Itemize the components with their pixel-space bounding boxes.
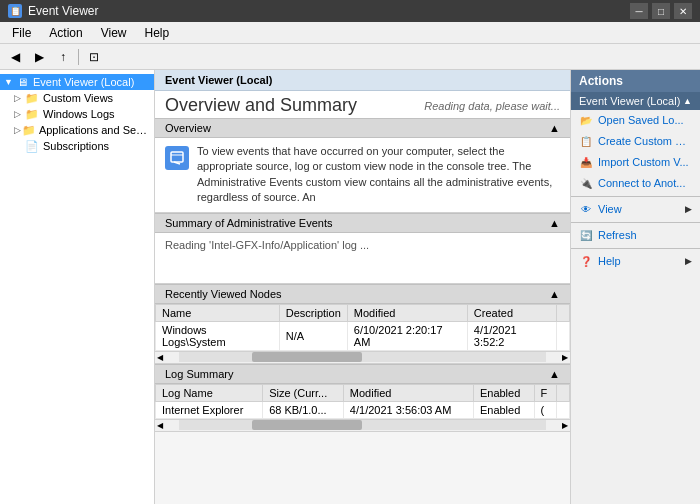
hscroll-left[interactable]: ◀ <box>155 353 165 362</box>
action-open-saved-label: Open Saved Lo... <box>598 114 684 126</box>
action-import-custom[interactable]: 📥 Import Custom V... <box>571 152 700 173</box>
log-table-row[interactable]: Internet Explorer 68 KB/1.0... 4/1/2021 … <box>156 401 570 418</box>
connect-icon: 🔌 <box>579 176 593 190</box>
create-custom-icon: 📋 <box>579 134 593 148</box>
refresh-icon: 🔄 <box>579 228 593 242</box>
tree-area: ▼ 🖥 Event Viewer (Local) ▷ 📁 Custom View… <box>0 70 154 504</box>
log-hscroll-left[interactable]: ◀ <box>155 421 165 430</box>
action-import-custom-label: Import Custom V... <box>598 156 689 168</box>
maximize-button[interactable]: □ <box>652 3 670 19</box>
summary-label: Summary of Administrative Events <box>165 217 333 229</box>
view-arrow-icon: ▶ <box>685 204 692 214</box>
tree-label-custom: Custom Views <box>43 92 113 104</box>
log-col-enabled: Enabled <box>473 384 534 401</box>
tree-icon-apps: 📁 <box>22 123 36 137</box>
toolbar: ◀ ▶ ↑ ⊡ <box>0 44 700 70</box>
recently-viewed-hscroll[interactable]: ◀ ▶ <box>155 351 570 363</box>
sidebar: ▼ 🖥 Event Viewer (Local) ▷ 📁 Custom View… <box>0 70 155 504</box>
action-view-label: View <box>598 203 622 215</box>
tree-icon-subs: 📄 <box>24 139 40 153</box>
tree-label-apps: Applications and Services Lo <box>39 124 150 136</box>
tree-item-apps[interactable]: ▷ 📁 Applications and Services Lo <box>0 122 154 138</box>
tree-arrow-winlogs: ▷ <box>14 109 24 119</box>
overview-collapse-icon: ▲ <box>549 122 560 134</box>
toolbar-up[interactable]: ↑ <box>52 47 74 67</box>
log-row-size: 68 KB/1.0... <box>263 401 344 418</box>
content-area: Event Viewer (Local) Overview and Summar… <box>155 70 570 504</box>
table-row[interactable]: Windows Logs\System N/A 6/10/2021 2:20:1… <box>156 321 570 350</box>
tree-arrow-root: ▼ <box>4 77 14 87</box>
recently-viewed-table: Name Description Modified Created Window… <box>155 304 570 351</box>
summary-section-header[interactable]: Summary of Administrative Events ▲ <box>155 213 570 233</box>
action-separator-2 <box>571 222 700 223</box>
tree-item-winlogs[interactable]: ▷ 📁 Windows Logs <box>0 106 154 122</box>
tree-label-subs: Subscriptions <box>43 140 109 152</box>
col-modified: Modified <box>347 304 467 321</box>
log-hscroll[interactable]: ◀ ▶ <box>155 419 570 431</box>
row-extra <box>557 321 570 350</box>
action-help[interactable]: ❓ Help ▶ <box>571 251 700 272</box>
tree-arrow-custom: ▷ <box>14 93 24 103</box>
menu-file[interactable]: File <box>4 24 39 42</box>
log-row-name: Internet Explorer <box>156 401 263 418</box>
import-custom-icon: 📥 <box>579 155 593 169</box>
log-col-name: Log Name <box>156 384 263 401</box>
tree-icon-root: 🖥 <box>14 75 30 89</box>
tree-icon-winlogs: 📁 <box>24 107 40 121</box>
menu-bar: File Action View Help <box>0 22 700 44</box>
overview-section: Overview ▲ To view events that have occu… <box>155 118 570 213</box>
row-created: 4/1/2021 3:52:2 <box>467 321 556 350</box>
actions-header: Actions <box>571 70 700 92</box>
log-summary-header[interactable]: Log Summary ▲ <box>155 364 570 384</box>
col-name: Name <box>156 304 280 321</box>
summary-section: Summary of Administrative Events ▲ Readi… <box>155 213 570 284</box>
summary-content: Reading 'Intel-GFX-Info/Application' log… <box>155 233 570 283</box>
recently-viewed-label: Recently Viewed Nodes <box>165 288 282 300</box>
action-create-custom[interactable]: 📋 Create Custom Vi... <box>571 131 700 152</box>
log-summary-section: Log Summary ▲ Log Name Size (Curr... Mod… <box>155 364 570 432</box>
log-summary-collapse-icon: ▲ <box>549 368 560 380</box>
close-button[interactable]: ✕ <box>674 3 692 19</box>
help-arrow-icon: ▶ <box>685 256 692 266</box>
toolbar-back[interactable]: ◀ <box>4 47 26 67</box>
row-name: Windows Logs\System <box>156 321 280 350</box>
tree-item-subs[interactable]: 📄 Subscriptions <box>0 138 154 154</box>
recently-viewed-header[interactable]: Recently Viewed Nodes ▲ <box>155 284 570 304</box>
menu-action[interactable]: Action <box>41 24 90 42</box>
menu-help[interactable]: Help <box>137 24 178 42</box>
content-title: Overview and Summary <box>165 95 357 116</box>
tree-label-winlogs: Windows Logs <box>43 108 115 120</box>
overview-section-header[interactable]: Overview ▲ <box>155 118 570 138</box>
open-saved-icon: 📂 <box>579 113 593 127</box>
action-open-saved[interactable]: 📂 Open Saved Lo... <box>571 110 700 131</box>
recently-viewed-section: Recently Viewed Nodes ▲ Name Description… <box>155 284 570 364</box>
log-hscroll-thumb <box>252 420 362 430</box>
action-refresh[interactable]: 🔄 Refresh <box>571 225 700 246</box>
actions-sub-header: Event Viewer (Local) ▲ <box>571 92 700 110</box>
menu-view[interactable]: View <box>93 24 135 42</box>
actions-panel: Actions Event Viewer (Local) ▲ 📂 Open Sa… <box>570 70 700 504</box>
action-help-label: Help <box>598 255 621 267</box>
minimize-button[interactable]: ─ <box>630 3 648 19</box>
overview-label: Overview <box>165 122 211 134</box>
reading-status: Reading data, please wait... <box>424 100 560 112</box>
log-col-modified: Modified <box>343 384 473 401</box>
log-summary-label: Log Summary <box>165 368 233 380</box>
tree-item-custom[interactable]: ▷ 📁 Custom Views <box>0 90 154 106</box>
log-hscroll-right[interactable]: ▶ <box>560 421 570 430</box>
view-icon: 👁 <box>579 202 593 216</box>
action-view[interactable]: 👁 View ▶ <box>571 199 700 220</box>
action-connect[interactable]: 🔌 Connect to Anot... <box>571 173 700 194</box>
recently-viewed-content: Name Description Modified Created Window… <box>155 304 570 363</box>
toolbar-forward[interactable]: ▶ <box>28 47 50 67</box>
main-layout: ▼ 🖥 Event Viewer (Local) ▷ 📁 Custom View… <box>0 70 700 504</box>
log-col-f: F <box>534 384 556 401</box>
action-create-custom-label: Create Custom Vi... <box>598 135 692 147</box>
tree-item-root[interactable]: ▼ 🖥 Event Viewer (Local) <box>0 74 154 90</box>
summary-collapse-icon: ▲ <box>549 217 560 229</box>
recently-viewed-collapse-icon: ▲ <box>549 288 560 300</box>
log-row-modified: 4/1/2021 3:56:03 AM <box>343 401 473 418</box>
toolbar-properties[interactable]: ⊡ <box>83 47 105 67</box>
hscroll-right[interactable]: ▶ <box>560 353 570 362</box>
content-header-text: Event Viewer (Local) <box>165 74 272 86</box>
